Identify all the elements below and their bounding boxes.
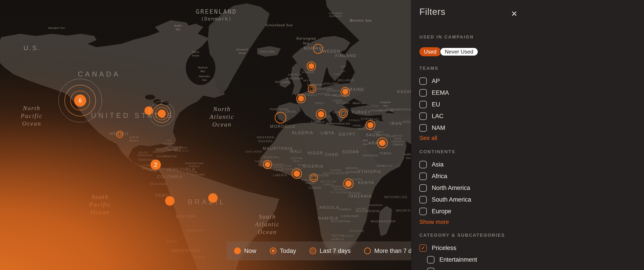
checkbox[interactable] <box>419 77 427 85</box>
checkbox-label: Priceless <box>432 244 456 251</box>
checkbox-row-partial[interactable] <box>427 265 635 270</box>
marker-inner-ring <box>341 111 346 116</box>
checkbox[interactable] <box>419 124 427 132</box>
checkbox-row-priceless[interactable]: ✓Priceless <box>419 242 635 254</box>
checkbox-label: AP <box>432 78 440 85</box>
world-map[interactable]: North Pacific OceanSouth Pacific OceanNo… <box>0 0 411 270</box>
checkbox-label: Europe <box>432 208 451 215</box>
marker-core <box>343 178 354 189</box>
checkbox[interactable] <box>419 112 427 120</box>
marker-core <box>292 169 302 179</box>
marker-core <box>310 174 318 182</box>
marker-core <box>296 94 306 103</box>
checkbox-label: North America <box>432 185 470 191</box>
legend-today-icon <box>270 247 276 254</box>
checkbox-checked[interactable]: ✓ <box>419 244 427 252</box>
marker-count: 6 <box>78 97 82 104</box>
marker-core <box>275 112 286 123</box>
marker-inner-ring <box>310 87 314 91</box>
marker-dot <box>379 140 386 146</box>
marker-inner-ring <box>312 176 316 180</box>
legend-item-now: Now <box>234 247 256 254</box>
marker-count: 2 <box>154 162 157 168</box>
app: North Pacific OceanSouth Pacific OceanNo… <box>0 0 644 270</box>
marker-inner-ring <box>118 132 122 136</box>
legend-label: Today <box>280 247 296 254</box>
category-list: ✓PricelessEntertainment <box>419 242 635 270</box>
checkbox[interactable] <box>419 184 427 192</box>
close-icon[interactable]: ✕ <box>510 9 518 19</box>
checkbox-row-asia[interactable]: Asia <box>419 159 635 170</box>
marker-core <box>366 120 375 130</box>
marker-dot <box>318 111 324 117</box>
checkbox-label: Asia <box>432 161 444 168</box>
checkbox-row-south-america[interactable]: South America <box>419 194 635 205</box>
legend-item-last7: Last 7 days <box>310 247 351 254</box>
pill-used[interactable]: Used <box>419 47 441 56</box>
checkbox-row-eema[interactable]: EEMA <box>419 87 635 98</box>
filters-panel: Filters ✕ USED IN CAMPAIGN UsedNever Use… <box>411 0 644 270</box>
checkbox[interactable] <box>419 101 427 108</box>
marker-core <box>313 44 323 54</box>
continents-list: AsiaAfricaNorth AmericaSouth AmericaEuro… <box>419 159 635 217</box>
map-markers: 62 <box>0 0 411 270</box>
checkbox-label: EU <box>432 101 440 108</box>
checkbox-label: EEMA <box>432 89 449 96</box>
legend-item-more7: More than 7 days ago <box>364 247 411 254</box>
legend-item-today: Today <box>270 247 296 254</box>
checkbox-row-nam[interactable]: NAM <box>419 122 635 134</box>
show-more-link[interactable]: Show more <box>419 218 449 225</box>
marker-dot <box>368 122 373 128</box>
marker-dot <box>294 171 300 177</box>
legend-last7-icon <box>310 247 316 254</box>
section-label-category: CATEGORY & SUBCATEGORIES <box>419 233 505 238</box>
marker-dot <box>308 63 314 69</box>
section-label-used-in-campaign: USED IN CAMPAIGN <box>419 34 474 40</box>
marker-core <box>158 109 166 118</box>
checkbox[interactable] <box>427 268 434 270</box>
see-all-link[interactable]: See all <box>419 134 437 142</box>
checkbox-row-lac[interactable]: LAC <box>419 110 635 122</box>
checkbox[interactable] <box>419 196 427 203</box>
checkbox[interactable] <box>419 89 427 96</box>
checkbox-row-africa[interactable]: Africa <box>419 170 635 182</box>
panel-title: Filters <box>419 7 446 17</box>
map-legend: NowTodayLast 7 daysMore than 7 days ago <box>226 241 411 260</box>
checkbox[interactable] <box>419 173 427 180</box>
pill-never-used[interactable]: Never Used <box>440 47 478 56</box>
checkbox-row-europe[interactable]: Europe <box>419 205 635 217</box>
checkbox-row-ap[interactable]: AP <box>419 75 635 87</box>
legend-label: Now <box>244 247 256 254</box>
checkbox-row-north-america[interactable]: North America <box>419 182 635 194</box>
marker-core <box>263 160 272 169</box>
legend-label: Last 7 days <box>320 247 351 254</box>
checkbox-label: LAC <box>432 113 444 120</box>
legend-more7-icon <box>364 247 371 254</box>
checkbox-label: Africa <box>432 173 447 180</box>
legend-items: NowTodayLast 7 daysMore than 7 days ago <box>234 247 411 254</box>
marker-core: 2 <box>150 160 161 170</box>
checkbox-row-entertainment[interactable]: Entertainment <box>427 254 635 265</box>
checkbox-label: NAM <box>432 124 445 131</box>
marker-dot <box>298 96 304 101</box>
marker-dot <box>342 89 348 95</box>
used-in-campaign-options: UsedNever Used <box>419 47 478 56</box>
checkbox[interactable] <box>419 208 427 215</box>
marker-core <box>339 109 348 118</box>
marker-core <box>316 109 326 119</box>
marker-core <box>308 85 316 93</box>
marker-core <box>377 138 388 148</box>
marker-dot <box>265 162 270 167</box>
section-label-teams: TEAMS <box>419 66 438 71</box>
marker-core <box>306 61 316 71</box>
teams-list: APEEMAEULACNAM <box>419 75 635 134</box>
checkbox[interactable] <box>427 256 434 263</box>
marker-core <box>208 193 218 203</box>
marker-core <box>116 131 123 138</box>
section-label-continents: CONTINENTS <box>419 149 455 154</box>
checkbox-label: Entertainment <box>439 256 477 263</box>
checkbox-row-eu[interactable]: EU <box>419 98 635 110</box>
legend-label: More than 7 days ago <box>374 247 411 254</box>
checkbox[interactable] <box>419 161 427 168</box>
marker-core <box>165 196 174 206</box>
